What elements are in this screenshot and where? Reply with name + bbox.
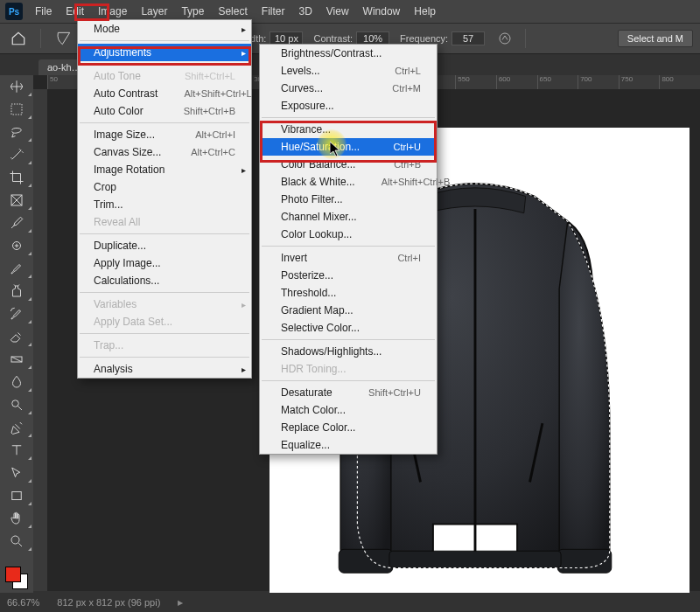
adjustments-menu-item-gradient-map[interactable]: Gradient Map... — [260, 302, 437, 319]
adjustments-menu-item-shadows-highlights[interactable]: Shadows/Highlights... — [260, 343, 437, 360]
image-menu-item-canvas-size[interactable]: Canvas Size...Alt+Ctrl+C — [78, 143, 251, 161]
tool-move[interactable] — [0, 75, 33, 98]
adjustments-menu-item-black-white[interactable]: Black & White...Alt+Shift+Ctrl+B — [260, 173, 437, 191]
svg-rect-8 — [11, 104, 22, 115]
menu-item-label: Selective Color... — [281, 322, 360, 334]
tool-dodge[interactable] — [0, 393, 33, 416]
image-menu-item-auto-contrast[interactable]: Auto ContrastAlt+Shift+Ctrl+L — [78, 85, 251, 102]
tool-history-brush[interactable] — [0, 303, 33, 325]
menu-item-label: Channel Mixer... — [281, 211, 357, 223]
menu-select[interactable]: Select — [211, 2, 254, 21]
image-menu-item-calculations[interactable]: Calculations... — [78, 272, 251, 289]
image-menu-item-crop[interactable]: Crop — [78, 178, 251, 196]
tool-eyedrop[interactable] — [0, 212, 33, 234]
menu-3d[interactable]: 3D — [291, 2, 318, 21]
tool-zoom[interactable] — [0, 530, 33, 553]
adjustments-menu-item-channel-mixer[interactable]: Channel Mixer... — [260, 208, 437, 226]
active-tool-icon[interactable]: ▾ — [52, 26, 76, 51]
adjustments-menu-item-posterize[interactable]: Posterize... — [260, 267, 437, 284]
adjustments-menu-item-equalize[interactable]: Equalize... — [260, 436, 437, 454]
menu-item-label: Color Lookup... — [281, 228, 352, 240]
menu-item-label: Photo Filter... — [281, 193, 343, 205]
color-swatches[interactable] — [0, 565, 33, 595]
svg-point-7 — [500, 33, 510, 44]
menu-edit[interactable]: Edit — [59, 2, 91, 21]
adjustments-menu-item-desaturate[interactable]: DesaturateShift+Ctrl+U — [260, 384, 437, 401]
menu-item-label: Gradient Map... — [281, 304, 354, 316]
svg-point-14 — [11, 536, 19, 544]
svg-rect-18 — [339, 549, 393, 573]
tool-magic-wand[interactable] — [0, 143, 33, 166]
image-menu-item-apply-image[interactable]: Apply Image... — [78, 254, 251, 272]
status-flyout-icon[interactable]: ▶ — [178, 599, 183, 607]
menu-image[interactable]: Image — [91, 2, 134, 21]
menu-item-label: Threshold... — [281, 287, 336, 299]
stylus-pressure-icon[interactable] — [495, 29, 514, 48]
tool-eraser[interactable] — [0, 325, 33, 348]
menu-view[interactable]: View — [319, 2, 356, 21]
tool-clone[interactable] — [0, 280, 33, 303]
adjustments-menu-item-color-lookup[interactable]: Color Lookup... — [260, 226, 437, 243]
tool-spot-heal[interactable] — [0, 234, 33, 257]
foreground-color[interactable] — [5, 567, 21, 582]
adjustments-menu-item-brightness-contrast[interactable]: Brightness/Contrast... — [260, 45, 437, 62]
menu-item-label: Exposure... — [281, 100, 334, 112]
adjustments-menu-item-invert[interactable]: InvertCtrl+I — [260, 249, 437, 267]
menu-item-label: Trap... — [94, 339, 123, 351]
menu-item-label: Variables — [94, 298, 136, 310]
menu-item-label: Hue/Saturation... — [281, 141, 360, 153]
menu-item-label: Canvas Size... — [94, 146, 161, 158]
menu-layer[interactable]: Layer — [134, 2, 174, 21]
menu-item-label: Posterize... — [281, 269, 333, 282]
menu-item-label: Curves... — [281, 82, 323, 94]
menu-item-label: Match Color... — [281, 404, 346, 416]
image-menu-item-auto-color[interactable]: Auto ColorShift+Ctrl+B — [78, 102, 251, 120]
image-menu-item-trim[interactable]: Trim... — [78, 196, 251, 213]
menu-item-label: Image Rotation — [94, 163, 164, 176]
tool-gradient[interactable] — [0, 348, 33, 371]
menu-type[interactable]: Type — [174, 2, 211, 21]
ruler-tick: 750 — [619, 75, 660, 89]
frequency-input[interactable]: 57 — [452, 31, 485, 45]
adjustments-menu-item-photo-filter[interactable]: Photo Filter... — [260, 191, 437, 208]
tool-type[interactable] — [0, 439, 33, 462]
tool-pen[interactable] — [0, 416, 33, 439]
tool-rectangle[interactable] — [0, 484, 33, 507]
menu-file[interactable]: File — [28, 2, 59, 21]
home-icon[interactable] — [7, 27, 30, 50]
image-menu-item-analysis[interactable]: Analysis — [78, 360, 251, 378]
tool-crop[interactable] — [0, 166, 33, 189]
tool-path-select[interactable] — [0, 462, 33, 484]
tool-lasso[interactable] — [0, 121, 33, 143]
tool-hand[interactable] — [0, 507, 33, 530]
tool-brush[interactable] — [0, 257, 33, 280]
adjustments-menu-item-selective-color[interactable]: Selective Color... — [260, 319, 437, 337]
ruler-tick: 650 — [537, 75, 578, 89]
tool-blur[interactable] — [0, 371, 33, 393]
menu-window[interactable]: Window — [356, 2, 408, 21]
ruler-tick: 550 — [455, 75, 496, 89]
image-menu-item-mode[interactable]: Mode — [78, 20, 251, 38]
select-and-mask-button[interactable]: Select and M — [618, 30, 693, 47]
tool-frame[interactable] — [0, 189, 33, 212]
image-menu-item-image-size[interactable]: Image Size...Alt+Ctrl+I — [78, 126, 251, 143]
menu-item-label: Apply Image... — [94, 257, 161, 269]
adjustments-menu-item-replace-color[interactable]: Replace Color... — [260, 419, 437, 436]
adjustments-menu-item-color-balance[interactable]: Color Balance...Ctrl+B — [260, 156, 437, 173]
adjustments-menu-item-exposure[interactable]: Exposure... — [260, 97, 437, 115]
image-menu-item-adjustments[interactable]: Adjustments — [78, 44, 251, 61]
tool-marquee[interactable] — [0, 98, 33, 121]
adjustments-menu-item-vibrance[interactable]: Vibrance... — [260, 121, 437, 138]
adjustments-menu-item-curves[interactable]: Curves...Ctrl+M — [260, 80, 437, 97]
image-menu-item-image-rotation[interactable]: Image Rotation — [78, 161, 251, 178]
zoom-level[interactable]: 66.67% — [7, 597, 39, 608]
menu-item-shortcut: Ctrl+M — [366, 83, 421, 94]
adjustments-menu-item-match-color[interactable]: Match Color... — [260, 401, 437, 419]
menu-filter[interactable]: Filter — [255, 2, 292, 21]
menu-help[interactable]: Help — [407, 2, 443, 21]
adjustments-menu-item-threshold[interactable]: Threshold... — [260, 284, 437, 302]
adjustments-menu-item-levels[interactable]: Levels...Ctrl+L — [260, 62, 437, 80]
image-menu-item-duplicate[interactable]: Duplicate... — [78, 237, 251, 254]
menu-item-shortcut: Shift+Ctrl+B — [158, 106, 235, 116]
adjustments-menu-item-hue-saturation[interactable]: Hue/Saturation...Ctrl+U — [260, 138, 437, 156]
